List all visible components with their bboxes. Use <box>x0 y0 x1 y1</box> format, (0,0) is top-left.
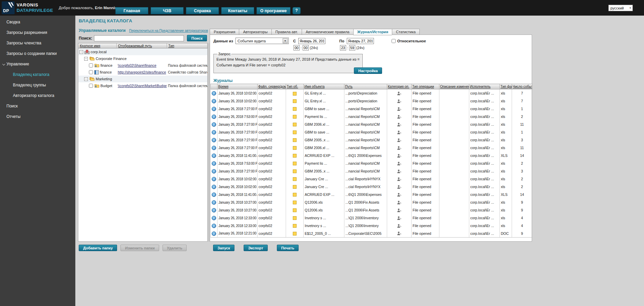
info-icon[interactable]: i <box>212 169 216 174</box>
info-icon[interactable]: i <box>212 177 216 181</box>
language-select[interactable]: русский ▼ <box>608 5 633 11</box>
help-button[interactable]: ? <box>292 7 301 14</box>
dir-column-header[interactable]: Краткое имя <box>78 43 117 48</box>
journal-column-header[interactable]: Имя объекта <box>304 84 344 89</box>
journal-column-header[interactable]: Файл. сервер/домен <box>258 84 286 89</box>
journal-column-header[interactable]: Исполнитель <box>469 84 500 89</box>
journal-row[interactable]: iJanuary 26, 2018 10:27:00 AMcorpfs02Q12… <box>211 199 532 206</box>
to-hour-input[interactable] <box>340 45 346 50</box>
info-icon[interactable]: i <box>212 138 216 142</box>
collapse-icon[interactable]: − <box>84 57 88 61</box>
to-minute-input[interactable] <box>349 45 355 50</box>
journal-row[interactable]: iJanuary 26, 2018 7:53:00 PMcorpfs02Paym… <box>211 160 532 167</box>
sidebar-item[interactable]: Запросы членства <box>0 38 75 48</box>
journal-row[interactable]: iJanuary 26, 2018 10:02:00 AMcorpfs02Jan… <box>211 183 532 191</box>
edit-folders-button[interactable]: Изменить папки <box>120 245 159 251</box>
sidebar-item[interactable]: Запросы о создании папки <box>0 48 75 59</box>
journal-row[interactable]: iJanuary 26, 2018 12:33:00 PMcorpfs02Inv… <box>211 214 532 222</box>
folder-checkbox[interactable] <box>89 84 93 88</box>
journal-column-header[interactable]: Число событий <box>512 84 532 89</box>
info-icon[interactable]: i <box>212 154 216 158</box>
run-button[interactable]: Запуск <box>213 245 234 251</box>
nav-button[interactable]: Главная <box>115 7 148 14</box>
journal-column-header[interactable]: Тип файла <box>500 84 512 89</box>
dir-search-input[interactable] <box>94 35 184 41</box>
export-button[interactable]: Экспорт <box>244 245 268 251</box>
switch-authorizers-link[interactable]: Переключиться на Представление авторизат… <box>129 29 208 33</box>
sidebar-item[interactable]: Отчеты <box>0 111 75 122</box>
journal-column-header[interactable]: Категория оп. <box>387 84 412 89</box>
sidebar-item[interactable]: Владелец каталога <box>0 69 75 80</box>
info-icon[interactable]: i <box>212 231 216 236</box>
collapse-icon[interactable]: − <box>79 50 83 54</box>
journal-row[interactable]: iJanuary 26, 2018 10:02:00 AMcorpfs02Jan… <box>211 175 532 183</box>
tab[interactable]: Статистика <box>392 29 420 35</box>
journal-column-header[interactable]: Путь <box>344 84 387 89</box>
info-icon[interactable]: i <box>212 146 216 150</box>
tree-row[interactable]: financehttp://sharepoint2/sites/financeС… <box>78 69 207 76</box>
tree-row[interactable]: Budget\\corpfs02\Share\Market\BudgetПапк… <box>78 82 207 89</box>
info-icon[interactable]: i <box>212 107 216 111</box>
info-icon[interactable]: i <box>212 224 216 228</box>
from-date-input[interactable] <box>298 38 325 44</box>
info-icon[interactable]: i <box>212 91 216 96</box>
info-icon[interactable]: i <box>212 115 216 119</box>
sidebar-item[interactable]: Управление <box>0 59 75 69</box>
journal-column-header[interactable]: Тип об. <box>286 84 304 89</box>
journal-row[interactable]: iJanuary 26, 2018 7:53:00 PMcorpfs02Paym… <box>211 113 532 121</box>
directory-path-link[interactable]: \\corpfs02\Share\finance <box>118 63 156 67</box>
journal-row[interactable]: iJanuary 26, 2018 7:27:00 PMcorpfs02GBM … <box>211 128 532 136</box>
journal-column-header[interactable]: Тип операции <box>412 84 439 89</box>
sidebar-item[interactable]: Владелец группы <box>0 80 75 90</box>
to-date-input[interactable] <box>347 38 374 44</box>
journal-row[interactable]: iJanuary 26, 2018 12:21:00 PMcorpfs02E$1… <box>211 230 532 238</box>
sidebar-item[interactable]: Запросы разрешения <box>0 27 75 38</box>
info-icon[interactable]: i <box>212 192 216 197</box>
info-icon[interactable]: i <box>212 99 216 103</box>
data-source-select[interactable]: События аудита ▼ <box>235 38 289 44</box>
journal-column-header[interactable]: Время <box>217 84 258 89</box>
journal-row[interactable]: iJanuary 26, 2018 10:02:00 AMcorpfs02GL … <box>211 89 532 97</box>
journal-row[interactable]: iJanuary 26, 2018 10:27:00 AMcorpfs02Q12… <box>211 206 532 214</box>
settings-button[interactable]: Настройка <box>354 67 382 74</box>
journal-row[interactable]: iJanuary 26, 2018 10:02:00 AMcorpfs02GL … <box>211 97 532 105</box>
from-hour-input[interactable] <box>293 45 300 50</box>
info-icon[interactable]: i <box>212 208 216 212</box>
tree-row[interactable]: finance\\corpfs02\Share\financeПапка фай… <box>78 62 207 69</box>
journal-row[interactable]: iJanuary 26, 2018 12:33:00 PMcorpfs02Inv… <box>211 222 532 230</box>
nav-button[interactable]: О программе <box>257 7 290 14</box>
tab[interactable]: Правила авт. <box>271 29 302 35</box>
info-icon[interactable]: i <box>212 161 216 166</box>
tree-row[interactable]: −Marketing <box>78 76 207 82</box>
directory-path-link[interactable]: http://sharepoint2/sites/finance <box>118 70 166 74</box>
journal-column-header[interactable]: Описание изменения <box>439 84 469 89</box>
tree-row[interactable]: −Corporate Finance <box>78 55 207 62</box>
nav-button[interactable]: Контакты <box>221 7 254 14</box>
varonis-logo[interactable]: DP <box>2 1 15 14</box>
journal-row[interactable]: iJanuary 26, 2018 7:27:00 PMcorpfs02GBM … <box>211 144 532 152</box>
dir-column-header[interactable]: Тип <box>167 43 207 48</box>
info-icon[interactable]: i <box>212 130 216 135</box>
journal-row[interactable]: iJanuary 26, 2018 11:41:00 AMcorpfs02ACR… <box>211 152 532 160</box>
journal-row[interactable]: iJanuary 26, 2018 7:27:00 PMcorpfs02GBM … <box>211 136 532 144</box>
collapse-icon[interactable]: − <box>84 77 88 81</box>
print-button[interactable]: Печать <box>277 245 299 251</box>
journal-row[interactable]: iJanuary 26, 2018 7:27:00 PMcorpfs02GBM … <box>211 105 532 113</box>
tree-row[interactable]: −corp.local <box>78 48 207 55</box>
tab[interactable]: Разрешения <box>210 29 239 35</box>
nav-button[interactable]: ЧЗВ <box>151 7 184 14</box>
info-icon[interactable]: i <box>212 200 216 205</box>
info-icon[interactable]: i <box>212 185 216 189</box>
tab[interactable]: Журнал/История <box>353 29 392 35</box>
add-folder-button[interactable]: Добавить папку <box>79 245 117 251</box>
journal-row[interactable]: iJanuary 26, 2018 7:27:00 PMcorpfs02GBM … <box>211 121 532 128</box>
sidebar-item[interactable]: Сводка <box>0 17 75 27</box>
folder-checkbox[interactable] <box>89 70 93 74</box>
info-icon[interactable]: i <box>212 216 216 220</box>
journal-row[interactable]: iJanuary 26, 2018 11:41:00 AMcorpfs02ACR… <box>211 191 532 199</box>
delete-button[interactable]: Удалить <box>163 245 187 251</box>
directory-path-link[interactable]: \\corpfs02\Share\Market\Budget <box>118 84 167 88</box>
sidebar-item[interactable]: Авторизатор каталога <box>0 90 75 101</box>
dir-search-button[interactable]: Поиск <box>187 35 207 41</box>
journal-row[interactable]: iJanuary 26, 2018 7:27:00 PMcorpfs02GBM … <box>211 167 532 175</box>
